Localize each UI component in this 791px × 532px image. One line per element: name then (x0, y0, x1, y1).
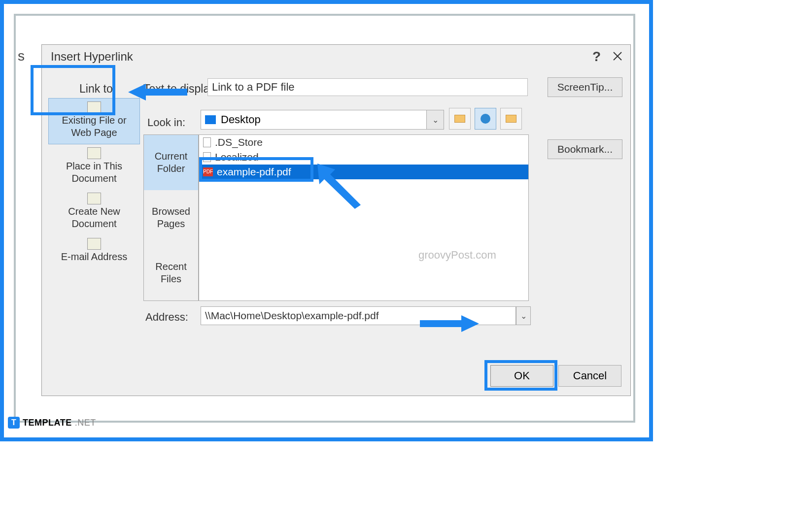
file-icon (203, 137, 211, 147)
look-in-dropdown-button[interactable]: ⌄ (426, 110, 444, 130)
envelope-icon (87, 238, 101, 250)
file-row-selected[interactable]: PDF example-pdf.pdf (199, 165, 528, 179)
file-row[interactable]: Localized (199, 150, 528, 165)
globe-search-icon (481, 114, 490, 124)
footer-brand-light: .NET (75, 418, 96, 428)
address-label: Address: (145, 311, 188, 324)
desktop-folder-icon (205, 115, 216, 124)
tab-label: Current Folder (144, 150, 198, 175)
cancel-button[interactable]: Cancel (558, 365, 621, 387)
file-name: Localized (215, 151, 259, 163)
address-input[interactable] (201, 306, 516, 325)
sidebar-item-email[interactable]: E-mail Address (48, 235, 140, 268)
look-in-label: Look in: (147, 116, 185, 129)
new-document-icon (87, 193, 101, 204)
dialog-title: Insert Hyperlink (51, 50, 133, 64)
look-in-select[interactable]: Desktop (201, 110, 436, 130)
sidebar-item-label: E-mail Address (61, 251, 128, 262)
footer-logo: T TEMPLATE.NET (8, 417, 96, 429)
help-button[interactable]: ? (592, 49, 601, 65)
file-list[interactable]: .DS_Store Localized PDF example-pdf.pdf (199, 134, 529, 301)
link-to-label: Link to: (79, 82, 116, 96)
tab-browsed-pages[interactable]: Browsed Pages (144, 190, 198, 245)
pdf-icon: PDF (203, 167, 213, 176)
browse-file-button[interactable] (500, 108, 522, 130)
text-to-display-input[interactable] (207, 78, 528, 96)
document-target-icon (87, 147, 101, 159)
file-icon (203, 152, 211, 162)
screentip-button[interactable]: ScreenTip... (548, 77, 622, 97)
folder-up-icon (454, 115, 465, 123)
browse-tabs: Current Folder Browsed Pages Recent File… (143, 134, 199, 301)
ok-button[interactable]: OK (490, 365, 553, 387)
screenshot-card: s Insert Hyperlink ? Link to: Text to di… (14, 14, 635, 423)
watermark-text: groovyPost.com (418, 249, 496, 262)
file-name: example-pdf.pdf (217, 166, 291, 178)
sidebar-item-label: Existing File or Web Page (62, 115, 126, 138)
up-folder-button[interactable] (449, 108, 471, 130)
sidebar-item-label: Create New Document (68, 206, 120, 229)
tab-label: Recent Files (144, 261, 198, 285)
chevron-down-icon: ⌄ (432, 115, 439, 125)
insert-hyperlink-dialog: Insert Hyperlink ? Link to: Text to disp… (41, 44, 631, 396)
tab-recent-files[interactable]: Recent Files (144, 245, 198, 300)
tab-current-folder[interactable]: Current Folder (144, 135, 198, 190)
browse-web-button[interactable] (475, 108, 496, 130)
address-dropdown-button[interactable]: ⌄ (516, 306, 531, 325)
sidebar-item-existing-file[interactable]: Existing File or Web Page (48, 98, 140, 144)
stray-letter: s (18, 48, 25, 64)
look-in-value: Desktop (221, 113, 261, 126)
folder-open-icon (506, 115, 516, 123)
file-name: .DS_Store (215, 136, 263, 148)
sidebar-item-label: Place in This Document (66, 161, 122, 184)
link-to-sidebar: Existing File or Web Page Place in This … (48, 98, 140, 357)
bookmark-button[interactable]: Bookmark... (548, 139, 622, 159)
globe-page-icon (87, 101, 101, 113)
tab-label: Browsed Pages (144, 205, 198, 230)
sidebar-item-create-new[interactable]: Create New Document (48, 190, 140, 235)
sidebar-item-place-in-doc[interactable]: Place in This Document (48, 144, 140, 190)
file-row[interactable]: .DS_Store (199, 135, 528, 150)
template-badge-icon: T (8, 417, 20, 429)
close-button[interactable] (613, 49, 622, 65)
chevron-down-icon: ⌄ (520, 311, 527, 321)
footer-brand-bold: TEMPLATE (23, 418, 72, 428)
